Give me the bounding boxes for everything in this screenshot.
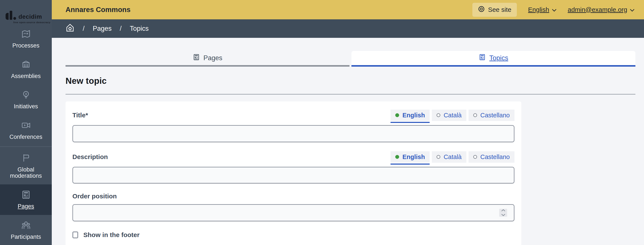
language-menu-label: English xyxy=(528,6,549,13)
order-position-label: Order position xyxy=(72,192,117,200)
description-label: Description xyxy=(72,153,108,160)
tab-pages[interactable]: Pages xyxy=(66,51,350,66)
chevron-down-icon xyxy=(630,6,634,13)
sidebar-item-label: Assemblies xyxy=(11,73,40,80)
language-option-castellano[interactable]: Castellano xyxy=(468,110,514,121)
app-window: decidim free open-source democracy Proce… xyxy=(0,0,644,245)
sidebar-item-label: Pages xyxy=(18,203,34,210)
see-site-button[interactable]: See site xyxy=(472,3,517,17)
sidebar-item-pages[interactable]: Pages xyxy=(0,184,52,215)
organization-title: Annares Commons xyxy=(66,6,472,14)
radio-unselected-icon xyxy=(473,113,477,117)
tab-bar: Pages Topics xyxy=(66,51,636,66)
language-option-catala[interactable]: Català xyxy=(432,151,466,163)
tab-label: Topics xyxy=(489,54,508,62)
sidebar-item-assemblies[interactable]: Assemblies xyxy=(0,54,52,85)
title-label: Title* xyxy=(72,112,88,119)
number-stepper[interactable] xyxy=(499,209,507,217)
language-option-english[interactable]: English xyxy=(390,110,430,121)
logo-bar-shape xyxy=(10,11,12,20)
title-language-switcher: English Català Castellano xyxy=(390,110,514,121)
show-in-footer-label: Show in the footer xyxy=(83,231,140,238)
radio-unselected-icon xyxy=(436,113,440,117)
pages-article-icon xyxy=(21,190,31,200)
language-option-catala[interactable]: Català xyxy=(432,110,466,121)
language-option-label: Català xyxy=(444,112,462,119)
top-header-bar: Annares Commons See site English xyxy=(52,0,644,19)
home-gear-icon xyxy=(66,23,74,34)
map-icon xyxy=(21,29,31,40)
language-option-label: English xyxy=(402,112,425,119)
breadcrumb-home-link[interactable] xyxy=(66,23,74,34)
page-title: New topic xyxy=(66,76,636,86)
tab-label: Pages xyxy=(204,54,222,62)
sidebar-item-label: Initiatives xyxy=(14,103,38,110)
language-menu[interactable]: English xyxy=(528,6,556,13)
title-input[interactable] xyxy=(72,125,514,142)
article-icon xyxy=(478,54,486,62)
sidebar-item-global-moderations[interactable]: Global moderations xyxy=(0,148,52,184)
breadcrumb: / Pages / Topics xyxy=(52,19,644,38)
radio-selected-icon xyxy=(395,113,399,117)
article-icon xyxy=(193,54,200,62)
content-area: Pages Topics New topic xyxy=(52,38,644,245)
target-eye-icon xyxy=(478,6,485,14)
logo-wordmark: decidim xyxy=(18,14,42,20)
description-field-header: Description English Català xyxy=(72,151,514,162)
order-field-header: Order position xyxy=(72,192,514,200)
main-column: Annares Commons See site English xyxy=(52,0,644,245)
language-option-castellano[interactable]: Castellano xyxy=(468,151,514,163)
video-camera-icon xyxy=(21,120,31,131)
radio-unselected-icon xyxy=(473,155,477,159)
sidebar: decidim free open-source democracy Proce… xyxy=(0,0,52,245)
language-option-label: Castellano xyxy=(480,112,510,119)
new-topic-form-card: Title* English Català Castellano xyxy=(66,102,521,245)
language-option-english[interactable]: English xyxy=(390,151,430,163)
description-language-switcher: English Català Castellano xyxy=(390,151,514,163)
flag-icon xyxy=(21,153,31,164)
lightbulb-icon xyxy=(21,90,31,100)
account-menu-label: admin@example.org xyxy=(568,6,627,13)
chevron-down-icon xyxy=(501,213,506,217)
sidebar-item-participants[interactable]: Participants xyxy=(0,215,52,245)
order-position-input[interactable] xyxy=(72,204,514,221)
breadcrumb-item-pages[interactable]: Pages xyxy=(93,25,112,32)
radio-unselected-icon xyxy=(436,155,440,159)
decidim-logo: decidim free open-source democracy xyxy=(0,0,52,24)
language-option-label: English xyxy=(402,154,425,160)
title-field-header: Title* English Català Castellano xyxy=(72,110,514,121)
account-menu[interactable]: admin@example.org xyxy=(568,6,634,13)
sidebar-item-processes[interactable]: Processes xyxy=(0,24,52,54)
people-group-icon xyxy=(21,220,31,231)
breadcrumb-separator: / xyxy=(83,25,85,32)
breadcrumb-item-topics[interactable]: Topics xyxy=(130,25,149,32)
language-option-label: Castellano xyxy=(480,154,510,160)
see-site-label: See site xyxy=(488,6,511,13)
sidebar-item-label: Participants xyxy=(11,234,41,240)
radio-selected-icon xyxy=(395,155,399,159)
decidim-logo-mark: decidim xyxy=(6,11,52,20)
logo-blob-shape xyxy=(6,13,8,20)
tab-topics[interactable]: Topics xyxy=(352,51,636,66)
logo-dot-shape xyxy=(13,17,16,20)
sidebar-item-label: Global moderations xyxy=(1,166,50,179)
language-option-label: Català xyxy=(444,154,462,160)
show-in-footer-checkbox[interactable] xyxy=(72,232,78,238)
sidebar-item-initiatives[interactable]: Initiatives xyxy=(0,84,52,115)
sidebar-nav: Processes Assemblies xyxy=(0,24,52,245)
sidebar-item-label: Processes xyxy=(12,42,39,49)
logo-tagline: free open-source democracy xyxy=(13,21,52,24)
sidebar-item-label: Conferences xyxy=(10,134,42,140)
chevron-down-icon xyxy=(552,6,556,13)
sidebar-item-conferences[interactable]: Conferences xyxy=(0,115,52,146)
order-position-field-group: Order position xyxy=(72,192,514,221)
description-field-group: Description English Català xyxy=(72,151,514,184)
bank-building-icon xyxy=(21,60,31,70)
sidebar-divider xyxy=(0,146,52,147)
chevron-up-icon xyxy=(501,209,506,212)
order-position-input-wrap xyxy=(72,204,514,221)
heading-divider xyxy=(66,94,636,94)
description-input[interactable] xyxy=(72,167,514,184)
footer-checkbox-row: Show in the footer xyxy=(72,231,514,238)
breadcrumb-separator: / xyxy=(120,25,122,32)
